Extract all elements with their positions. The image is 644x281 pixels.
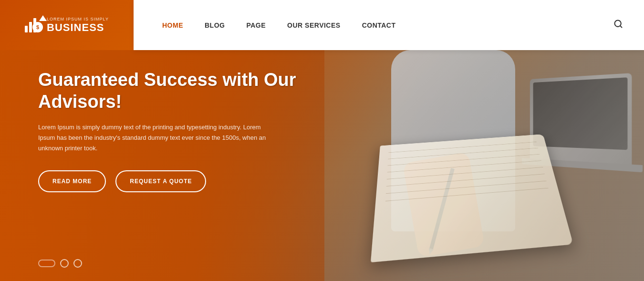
- notebook-line: [387, 167, 543, 179]
- nav-link-home[interactable]: HOME: [162, 21, 183, 29]
- search-icon: [613, 19, 623, 29]
- logo-tagline: LOREM IPSUM IS SIMPLY: [47, 17, 109, 21]
- logo-area: $ LOREM IPSUM IS SIMPLY BUSINESS: [0, 0, 134, 50]
- notebook-line: [388, 148, 538, 159]
- nav-item-home[interactable]: HOME: [162, 21, 183, 30]
- chart-bar-2: [29, 22, 32, 32]
- search-button[interactable]: [612, 17, 625, 33]
- logo-brand: BUSINESS: [47, 21, 109, 34]
- nav-item-page[interactable]: PAGE: [246, 21, 266, 30]
- nav-links: HOME BLOG PAGE OUR SERVICES CONTACT: [162, 21, 396, 30]
- slider-dot-3[interactable]: [73, 259, 82, 268]
- hero-title: Guaranteed Success with Our Advisors!: [38, 69, 315, 113]
- logo-chart-icon: $: [25, 18, 36, 32]
- notebook-lines: [382, 142, 560, 250]
- nav-item-contact[interactable]: CONTACT: [362, 21, 396, 30]
- nav-link-services[interactable]: OUR SERVICES: [287, 21, 341, 29]
- coin-icon: $: [32, 22, 43, 32]
- laptop-screen: [533, 77, 628, 150]
- nav-menu: HOME BLOG PAGE OUR SERVICES CONTACT: [134, 0, 644, 50]
- nav-item-services[interactable]: OUR SERVICES: [287, 21, 341, 30]
- hero-section: $ LOREM IPSUM IS SIMPLY BUSINESS HOME BL…: [0, 0, 644, 281]
- hero-description: Lorem Ipsum is simply dummy text of the …: [38, 122, 272, 154]
- notebook-line: [387, 160, 541, 172]
- navbar: $ LOREM IPSUM IS SIMPLY BUSINESS HOME BL…: [0, 0, 644, 50]
- slider-dot-2[interactable]: [60, 259, 69, 268]
- nav-link-blog[interactable]: BLOG: [205, 21, 225, 29]
- svg-line-1: [620, 26, 622, 28]
- nav-item-blog[interactable]: BLOG: [205, 21, 225, 30]
- slider-dots: [38, 259, 82, 268]
- notebook-line: [388, 142, 536, 153]
- notebook-line: [386, 174, 545, 187]
- request-quote-button[interactable]: REQUEST A QUOTE: [115, 170, 206, 192]
- notebook-line: [386, 181, 547, 194]
- read-more-button[interactable]: READ MORE: [38, 170, 106, 192]
- notebook-line: [385, 188, 549, 201]
- logo-icon: $ LOREM IPSUM IS SIMPLY BUSINESS: [25, 17, 109, 34]
- notebook-shape: [371, 134, 573, 262]
- logo-text: LOREM IPSUM IS SIMPLY BUSINESS: [47, 17, 109, 34]
- nav-link-contact[interactable]: CONTACT: [362, 21, 396, 29]
- arrow-up-icon: [39, 15, 47, 21]
- notebook-line: [388, 154, 540, 166]
- hero-buttons: READ MORE REQUEST A QUOTE: [38, 170, 315, 192]
- nav-link-page[interactable]: PAGE: [246, 21, 266, 29]
- hero-content: Guaranteed Success with Our Advisors! Lo…: [38, 69, 315, 192]
- slider-dot-active[interactable]: [38, 260, 55, 267]
- chart-bar-1: [25, 26, 28, 32]
